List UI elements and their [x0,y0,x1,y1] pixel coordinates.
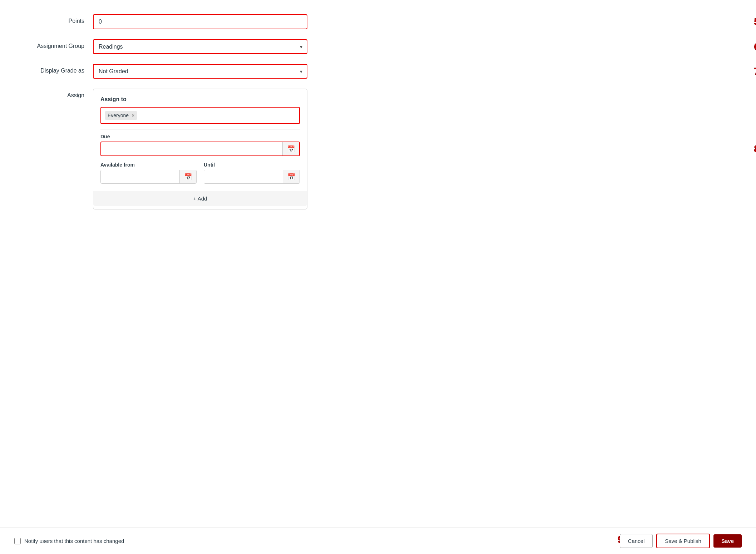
available-from-group: Available from 📅 [100,162,197,184]
step-8-badge: 8 [754,143,756,155]
calendar-icon-from: 📅 [184,173,192,181]
display-grade-select-wrapper: Not Graded Points Percentage Letter Grad… [93,64,307,79]
calendar-icon: 📅 [287,145,295,153]
until-wrap: 📅 [204,170,300,184]
calendar-icon-until: 📅 [287,173,295,181]
available-from-input[interactable] [101,170,179,183]
assignment-group-select-wrapper: Readings Assignments Quizzes Exams [93,39,307,54]
assign-to-field[interactable]: Everyone × [100,107,300,124]
assignment-group-label: Assignment Group [21,39,93,49]
assignment-group-select[interactable]: Readings Assignments Quizzes Exams [93,39,307,54]
save-publish-button[interactable]: Save & Publish [656,534,710,548]
assignment-group-wrap: Readings Assignments Quizzes Exams [93,39,307,54]
notify-checkbox[interactable] [14,538,21,544]
assign-label: Assign [21,89,93,99]
until-label: Until [204,162,300,168]
cancel-button[interactable]: Cancel [620,534,653,548]
until-calendar-button[interactable]: 📅 [283,170,300,183]
points-label: Points [21,14,93,24]
available-from-calendar-button[interactable]: 📅 [179,170,196,183]
save-button[interactable]: Save [713,534,742,548]
display-grade-label: Display Grade as [21,64,93,74]
assign-to-title: Assign to [100,96,300,103]
everyone-tag-close[interactable]: × [132,113,134,118]
step-7-badge: 7 [754,66,756,77]
display-grade-select[interactable]: Not Graded Points Percentage Letter Grad… [93,64,307,79]
available-from-label: Available from [100,162,197,168]
add-button[interactable]: + Add [93,191,307,206]
everyone-tag-label: Everyone [108,113,129,118]
until-input[interactable] [204,170,283,183]
everyone-tag: Everyone × [105,111,137,120]
points-input[interactable] [93,14,307,29]
availability-row: Available from 📅 Until [100,162,300,184]
due-label: Due [100,134,300,139]
due-date-calendar-button[interactable]: 📅 [282,142,299,155]
display-grade-wrap: Not Graded Points Percentage Letter Grad… [93,64,307,79]
points-field-wrap [93,14,307,29]
footer-bar: Notify users that this content has chang… [0,528,756,554]
due-date-wrap: 📅 [100,142,300,156]
footer-buttons: Cancel Save & Publish Save [620,534,742,548]
assign-section: Assign to Everyone × Due 📅 [93,89,307,209]
divider [100,129,300,129]
until-group: Until 📅 [204,162,300,184]
step-6-badge: 6 [754,41,756,53]
due-date-input[interactable] [101,142,282,155]
notify-wrap: Notify users that this content has chang… [14,538,124,544]
step-5-badge: 5 [754,16,756,28]
available-from-wrap: 📅 [100,170,197,184]
assign-wrap: Assign to Everyone × Due 📅 [93,89,307,209]
notify-label: Notify users that this content has chang… [24,538,124,544]
